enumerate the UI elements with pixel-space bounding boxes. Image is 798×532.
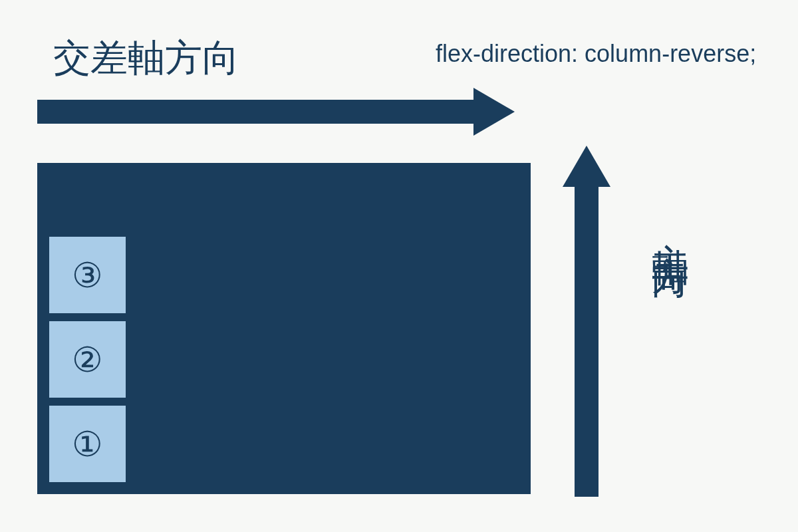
flex-container: ① ② ③ xyxy=(37,163,531,494)
main-axis-arrow-icon xyxy=(563,146,610,497)
css-property-label: flex-direction: column-reverse; xyxy=(436,40,756,68)
cross-axis-arrow-icon xyxy=(37,88,516,136)
flex-item-3: ③ xyxy=(49,237,126,313)
flex-item-1: ① xyxy=(49,406,126,482)
main-axis-label: 主軸方向 xyxy=(645,213,696,239)
flex-item-2: ② xyxy=(49,321,126,398)
cross-axis-label: 交差軸方向 xyxy=(53,33,239,84)
diagram-canvas: 交差軸方向 flex-direction: column-reverse; 主軸… xyxy=(0,0,798,532)
